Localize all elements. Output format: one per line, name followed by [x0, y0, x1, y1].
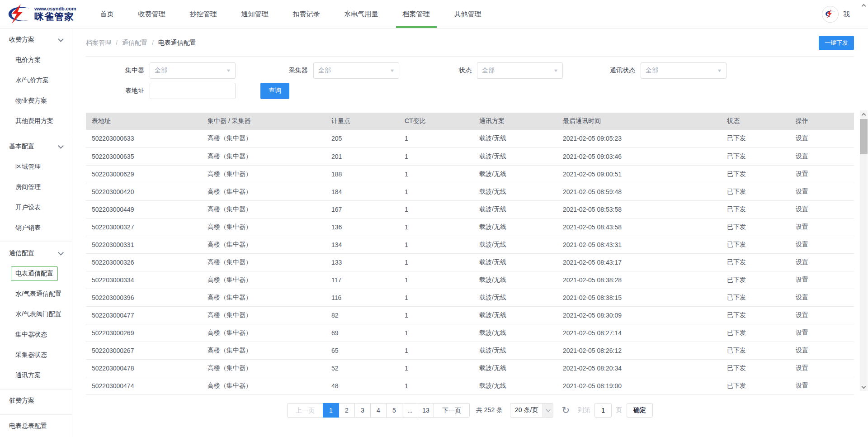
- comm-status-select[interactable]: 全部 ▼: [641, 62, 726, 79]
- pagination-page[interactable]: 1: [323, 403, 339, 418]
- sidebar-item[interactable]: 开户设表: [0, 197, 72, 218]
- pagination-page[interactable]: 5: [386, 403, 402, 418]
- scrollbar-thumb[interactable]: [860, 119, 868, 154]
- cell-action[interactable]: 设置: [795, 271, 854, 289]
- refresh-icon[interactable]: ↻: [561, 405, 570, 415]
- meter-address-input[interactable]: [150, 83, 236, 99]
- brand-name: 咪雀管家: [34, 12, 76, 22]
- user-menu[interactable]: 我: [843, 10, 850, 19]
- confirm-button[interactable]: 确定: [627, 403, 653, 418]
- pagination-page[interactable]: 2: [339, 403, 355, 418]
- sidebar-group-header[interactable]: 催费方案: [0, 391, 72, 411]
- sidebar-item[interactable]: 通讯方案: [0, 365, 72, 385]
- sidebar-item[interactable]: 物业费方案: [0, 90, 72, 111]
- column-header: 状态: [726, 113, 795, 130]
- goto-page-input[interactable]: [594, 403, 612, 418]
- cell-action[interactable]: 设置: [795, 324, 854, 342]
- cell-concentrator: 高楼（集中器）: [207, 165, 331, 183]
- concentrator-select[interactable]: 全部 ▼: [150, 62, 236, 79]
- sidebar-item[interactable]: 电表通信配置: [0, 263, 72, 284]
- sidebar-item[interactable]: 销户销表: [0, 218, 72, 238]
- sidebar-group-header[interactable]: 电表总表配置: [0, 416, 72, 436]
- sidebar-item[interactable]: 房间管理: [0, 177, 72, 197]
- nav-tab-item[interactable]: 收费管理: [126, 0, 178, 28]
- nav-tab-item[interactable]: 抄控管理: [178, 0, 229, 28]
- scroll-up-button[interactable]: [860, 110, 868, 118]
- breadcrumb-item[interactable]: 档案管理: [86, 39, 111, 47]
- pagination-page[interactable]: 4: [370, 403, 387, 418]
- page-size-value: 20 条/页: [510, 404, 542, 417]
- filter-concentrator: 集中器 全部 ▼: [86, 62, 250, 79]
- scroll-down-button[interactable]: [860, 383, 868, 391]
- cell-action[interactable]: 设置: [795, 147, 854, 165]
- cell-address: 502203000420: [86, 183, 207, 200]
- nav-tab-item[interactable]: 其他管理: [442, 0, 494, 28]
- status-select[interactable]: 全部 ▼: [477, 62, 563, 79]
- sidebar-item[interactable]: 集中器状态: [0, 324, 72, 345]
- cell-action[interactable]: 设置: [795, 130, 854, 147]
- sidebar-item[interactable]: 采集器状态: [0, 345, 72, 365]
- cell-action[interactable]: 设置: [795, 183, 854, 200]
- sidebar-item[interactable]: 水/气表通信配置: [0, 284, 72, 304]
- cell-status: 已下发: [726, 253, 795, 271]
- cell-point: 52: [331, 359, 404, 377]
- nav-tab-active[interactable]: 档案管理: [391, 0, 442, 28]
- sidebar-group-header[interactable]: 收费方案: [0, 30, 72, 50]
- cell-last_time: 2021-02-05 08:53:58: [562, 200, 726, 218]
- cell-point: 65: [331, 342, 404, 359]
- nav-tab-item[interactable]: 通知管理: [229, 0, 281, 28]
- sidebar-group-label: 电表总表配置: [9, 422, 47, 430]
- cell-ct: 1: [404, 165, 479, 183]
- cell-action[interactable]: 设置: [795, 218, 854, 236]
- pagination-page[interactable]: 13: [418, 403, 434, 418]
- column-header: 表地址: [86, 113, 207, 130]
- nav-tab-item[interactable]: 扣费记录: [281, 0, 332, 28]
- breadcrumb: 档案管理/通信配置/电表通信配置: [86, 39, 196, 47]
- cell-concentrator: 高楼（集中器）: [207, 324, 331, 342]
- cell-action[interactable]: 设置: [795, 342, 854, 359]
- sidebar-item[interactable]: 区域管理: [0, 157, 72, 177]
- table-row: 502203000331高楼（集中器）1341载波/无线2021-02-05 0…: [86, 236, 854, 253]
- page-size-dropdown-button[interactable]: [542, 404, 553, 417]
- sidebar-section: 收费方案电价方案水/气价方案物业费方案其他费用方案: [0, 28, 72, 135]
- nav-tab-item[interactable]: 水电气用量: [332, 0, 391, 28]
- sidebar-group-header[interactable]: 通信配置: [0, 243, 72, 263]
- sidebar-item[interactable]: 其他费用方案: [0, 111, 72, 131]
- cell-action[interactable]: 设置: [795, 289, 854, 306]
- sidebar-group-header[interactable]: 基本配置: [0, 137, 72, 157]
- table-scrollbar[interactable]: [860, 110, 868, 391]
- collector-select[interactable]: 全部 ▼: [313, 62, 399, 79]
- cell-scheme: 载波/无线: [479, 165, 562, 183]
- avatar[interactable]: [822, 6, 839, 23]
- cell-action[interactable]: 设置: [795, 253, 854, 271]
- sidebar-item[interactable]: 水/气价方案: [0, 70, 72, 90]
- column-header: 通讯方案: [479, 113, 562, 130]
- page-size-select[interactable]: 20 条/页: [510, 403, 553, 418]
- breadcrumb-item: 电表通信配置: [158, 39, 196, 47]
- table-row: 502203000326高楼（集中器）1331载波/无线2021-02-05 0…: [86, 253, 854, 271]
- cell-action[interactable]: 设置: [795, 359, 854, 377]
- cell-action[interactable]: 设置: [795, 165, 854, 183]
- sidebar-item[interactable]: 电价方案: [0, 50, 72, 70]
- cell-action[interactable]: 设置: [795, 306, 854, 324]
- filter-panel: 集中器 全部 ▼ 采集器 全部 ▼ 状态 全部 ▼: [86, 62, 854, 99]
- sidebar-item[interactable]: 水/气表阀门配置: [0, 304, 72, 324]
- pagination-next[interactable]: 下一页: [434, 403, 470, 418]
- pagination-page[interactable]: 3: [354, 403, 371, 418]
- nav-tab-item[interactable]: 首页: [88, 0, 126, 28]
- pagination-prev[interactable]: 上一页: [287, 403, 323, 418]
- page-scroll-up-button[interactable]: [860, 2, 867, 9]
- search-button[interactable]: 查询: [260, 83, 289, 99]
- breadcrumb-item[interactable]: 通信配置: [122, 39, 147, 47]
- cell-status: 已下发: [726, 130, 795, 147]
- cell-address: 502203000269: [86, 324, 207, 342]
- chevron-down-icon: [58, 143, 64, 149]
- cell-action[interactable]: 设置: [795, 377, 854, 394]
- cell-point: 117: [331, 271, 404, 289]
- comm-status-label: 通讯状态: [577, 66, 635, 75]
- sidebar-item-label: 房间管理: [15, 183, 41, 191]
- dispatch-all-button[interactable]: 一键下发: [819, 36, 854, 50]
- cell-action[interactable]: 设置: [795, 200, 854, 218]
- pagination-ellipsis[interactable]: ...: [402, 403, 418, 418]
- cell-action[interactable]: 设置: [795, 236, 854, 253]
